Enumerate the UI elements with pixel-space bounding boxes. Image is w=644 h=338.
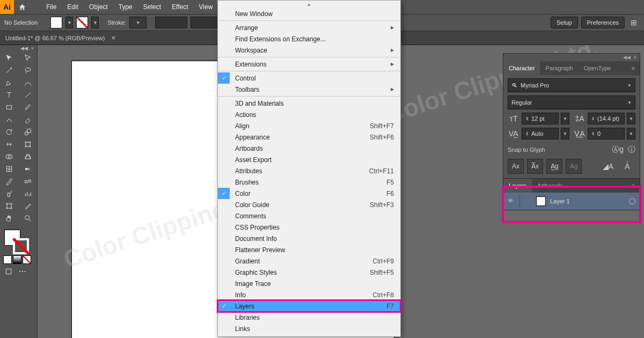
stroke-profile[interactable] (155, 17, 187, 28)
rotate-tool[interactable] (0, 126, 18, 138)
menu-item-toolbars[interactable]: Toolbars▶ (218, 84, 400, 95)
blend-tool[interactable] (19, 175, 37, 187)
collapse-icon[interactable]: ◀◀ (20, 46, 28, 51)
menu-item-artboards[interactable]: Artboards (218, 143, 400, 154)
tab-layers[interactable]: Layers (503, 179, 532, 193)
close-icon[interactable]: × (634, 55, 636, 60)
kerning-field[interactable]: ⇕Auto (522, 128, 559, 139)
menu-item-actions[interactable]: Actions (218, 109, 400, 120)
menu-effect[interactable]: Effect (166, 0, 193, 14)
stroke-weight[interactable]: ▼ (129, 17, 147, 28)
stroke-dropdown[interactable]: ▼ (91, 17, 99, 28)
menu-type[interactable]: Type (113, 0, 138, 14)
type-tool[interactable] (0, 89, 18, 101)
selection-tool[interactable] (0, 52, 18, 64)
document-setup-button[interactable]: Setup (551, 17, 578, 28)
stroke-swatch[interactable] (76, 17, 88, 28)
layers-menu-icon[interactable]: ≡ (627, 179, 640, 193)
pen-tool[interactable] (0, 76, 18, 89)
menu-item-find-extensions-on-exchange[interactable]: Find Extensions on Exchange... (218, 33, 400, 45)
menu-view[interactable]: View (194, 0, 218, 14)
align-artboard-icon[interactable]: ⊞ (628, 17, 640, 28)
menu-item-info[interactable]: InfoCtrl+F8 (218, 289, 400, 300)
document-tab[interactable]: Untitled-1* @ 66.67 % (RGB/Preview) (5, 35, 105, 41)
paintbrush-tool[interactable] (19, 101, 37, 113)
gradient-tool[interactable] (19, 163, 37, 175)
tracking-field[interactable]: ⇕0 (588, 128, 625, 139)
menu-item-asset-export[interactable]: Asset Export (218, 154, 400, 165)
lasso-tool[interactable] (19, 64, 37, 76)
scroll-up-icon[interactable]: ▲ (218, 1, 400, 8)
fill-dropdown[interactable]: ▼ (65, 17, 73, 28)
preferences-button[interactable]: Preferences (581, 17, 625, 28)
angular-snap-icon[interactable]: ◢A (600, 159, 616, 174)
menu-item-align[interactable]: AlignShift+F7 (218, 120, 400, 131)
leading-field[interactable]: ⇕(14.4 pt) (588, 113, 625, 124)
free-transform-tool[interactable] (19, 138, 37, 150)
menu-file[interactable]: File (41, 0, 62, 14)
rectangle-tool[interactable] (0, 101, 18, 113)
tab-character[interactable]: Character (503, 61, 540, 75)
symbol-sprayer-tool[interactable] (0, 187, 18, 200)
curvature-tool[interactable] (19, 76, 37, 89)
edit-toolbar-icon[interactable]: ⋯ (17, 266, 28, 277)
menu-item-comments[interactable]: Comments (218, 210, 400, 222)
menu-item-links[interactable]: Links (218, 323, 400, 334)
menu-item-image-trace[interactable]: Image Trace (218, 278, 400, 289)
menu-item-new-window[interactable]: New Window (218, 8, 400, 19)
column-graph-tool[interactable] (19, 187, 37, 200)
menu-item-workspace[interactable]: Workspace▶ (218, 45, 400, 56)
layer-row[interactable]: 👁 Layer 1 (503, 193, 640, 210)
tracking-dropdown[interactable]: ▼ (627, 128, 635, 139)
mesh-tool[interactable] (0, 163, 18, 175)
magic-wand-tool[interactable] (0, 64, 18, 76)
menu-item-gradient[interactable]: GradientCtrl+F9 (218, 255, 400, 267)
font-size-field[interactable]: ⇕12 pt (522, 113, 559, 124)
menu-item-appearance[interactable]: AppearanceShift+F6 (218, 131, 400, 143)
panel-menu-icon[interactable]: ≡ (627, 61, 640, 75)
font-style-field[interactable]: Regular ▼ (508, 95, 635, 109)
menu-item-layers[interactable]: ✓LayersF7 (218, 300, 400, 312)
collapse-icon[interactable]: ◀◀ (623, 55, 631, 60)
menu-item-graphic-styles[interactable]: Graphic StylesShift+F5 (218, 267, 400, 278)
home-icon[interactable] (15, 0, 29, 14)
snap-proximity-icon[interactable]: A̶g (566, 159, 582, 174)
gradient-mode-icon[interactable] (13, 255, 21, 264)
hand-tool[interactable] (0, 212, 18, 224)
menu-select[interactable]: Select (138, 0, 166, 14)
eraser-tool[interactable] (19, 113, 37, 126)
kerning-dropdown[interactable]: ▼ (561, 128, 569, 139)
line-tool[interactable] (19, 89, 37, 101)
close-document-icon[interactable]: × (111, 34, 115, 42)
menu-object[interactable]: Object (84, 0, 113, 14)
snap-glyph-bounds-icon[interactable]: A̲g (546, 159, 562, 174)
artboard-tool[interactable] (0, 200, 18, 212)
tab-paragraph[interactable]: Paragraph (540, 61, 578, 75)
target-icon[interactable] (629, 198, 635, 204)
scale-tool[interactable] (19, 126, 37, 138)
menu-item-brushes[interactable]: BrushesF5 (218, 177, 400, 188)
menu-item-3d-and-materials[interactable]: 3D and Materials (218, 98, 400, 109)
menu-item-arrange[interactable]: Arrange▶ (218, 22, 400, 33)
menu-item-color-guide[interactable]: Color GuideShift+F3 (218, 199, 400, 210)
menu-item-flattener-preview[interactable]: Flattener Preview (218, 244, 400, 255)
menu-item-extensions[interactable]: Extensions▶ (218, 58, 400, 70)
font-family-field[interactable]: 🔍︎ Myriad Pro ▼ (508, 78, 635, 92)
font-size-dropdown[interactable]: ▼ (561, 113, 569, 124)
close-icon[interactable]: × (31, 46, 34, 51)
fill-stroke-control[interactable] (0, 227, 37, 255)
menu-item-control[interactable]: ✓Control (218, 72, 400, 84)
color-mode-icon[interactable] (3, 255, 12, 264)
anchor-snap-icon[interactable]: A̍ (619, 159, 635, 174)
zoom-tool[interactable] (19, 212, 37, 224)
fill-swatch[interactable] (50, 17, 62, 28)
tab-artboards[interactable]: Artboards (532, 179, 568, 193)
snap-baseline-icon[interactable]: Ax (508, 159, 524, 174)
perspective-tool[interactable] (19, 150, 37, 163)
leading-dropdown[interactable]: ▼ (627, 113, 635, 124)
menu-item-document-info[interactable]: Document Info (218, 233, 400, 244)
width-tool[interactable] (0, 138, 18, 150)
screen-mode-normal[interactable] (3, 266, 14, 277)
menu-edit[interactable]: Edit (62, 0, 84, 14)
slice-tool[interactable] (19, 200, 37, 212)
